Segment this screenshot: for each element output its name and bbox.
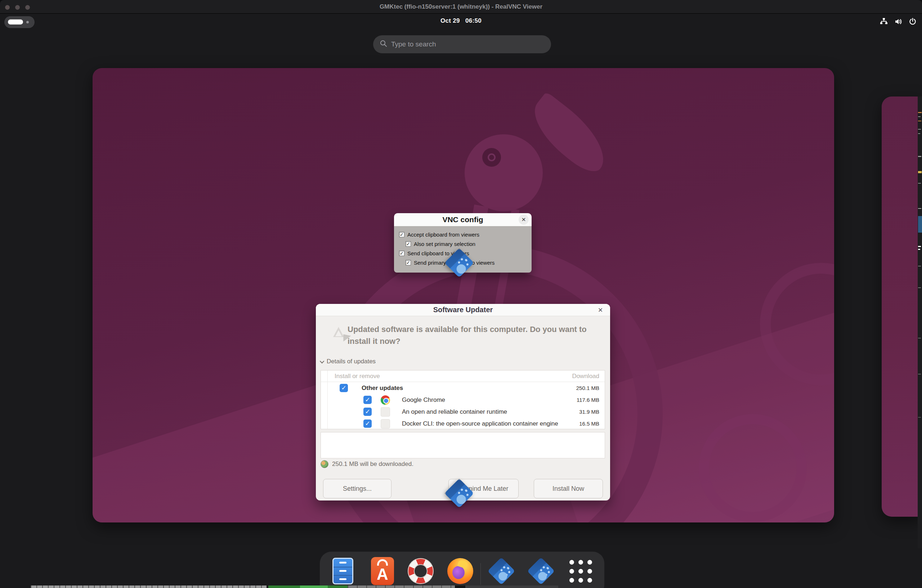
dock-item-vnc-server[interactable]: [526, 557, 555, 585]
wallpaper-art: [482, 148, 501, 167]
dock-item-help[interactable]: [406, 557, 435, 585]
checkbox[interactable]: ✓: [399, 251, 404, 256]
workspace-preview-next[interactable]: [882, 96, 922, 517]
background-screen-strip: [455, 585, 465, 588]
vnc-app-icon: [488, 557, 515, 585]
clock-time: 06:50: [465, 17, 482, 24]
table-row[interactable]: ✓ Google Chrome 117.6 MB: [321, 394, 605, 406]
system-tray[interactable]: [879, 17, 917, 26]
wallpaper-art: [760, 263, 834, 385]
dock-item-app-center[interactable]: A: [368, 557, 397, 585]
app-center-icon: A: [371, 557, 394, 585]
description-panel[interactable]: [320, 432, 605, 458]
power-icon[interactable]: [908, 17, 917, 26]
table-header: Install or remove Download: [321, 371, 605, 382]
wallpaper-art: [464, 134, 543, 211]
checkbox[interactable]: ✓: [405, 260, 411, 265]
dialog-title: Software Updater: [316, 306, 610, 314]
checkbox[interactable]: ✓: [363, 408, 372, 416]
chevron-down-icon: [320, 359, 325, 363]
background-screen-strip: [31, 585, 266, 588]
search-field[interactable]: [373, 35, 551, 53]
close-icon[interactable]: ✕: [518, 215, 529, 225]
dock-item-vnc-config[interactable]: [487, 557, 516, 585]
dock-item-firefox[interactable]: [446, 557, 475, 585]
wallpaper-art: [522, 91, 618, 178]
dock-item-show-apps[interactable]: [566, 557, 595, 585]
checkbox[interactable]: ✓: [340, 384, 348, 392]
window-title: GMKtec (ffio-n150server:1 (whitneyk)) - …: [0, 3, 922, 10]
checkbox[interactable]: ✓: [399, 232, 404, 237]
close-icon[interactable]: ✕: [596, 305, 605, 315]
lifebuoy-icon: [408, 558, 434, 584]
gnome-activities-overview: Oct 29 06:50: [0, 14, 922, 588]
clock-date: Oct 29: [440, 17, 460, 24]
update-message: Updated software is available for this c…: [348, 323, 604, 347]
table-row[interactable]: ✓ Other updates 250.1 MB: [321, 382, 605, 394]
terminal-window-sliver: [918, 96, 922, 549]
vnc-config-titlebar[interactable]: VNC config ✕: [394, 213, 531, 226]
checkbox[interactable]: ✓: [363, 396, 372, 404]
option-accept-clipboard[interactable]: ✓ Accept clipboard from viewers: [399, 231, 479, 238]
network-wired-icon[interactable]: [879, 17, 888, 26]
chrome-icon: [381, 395, 390, 405]
background-screen-strip: [268, 585, 348, 588]
checkbox[interactable]: ✓: [405, 241, 411, 247]
search-icon: [379, 39, 387, 49]
settings-button[interactable]: Settings...: [323, 479, 391, 498]
volume-icon[interactable]: [894, 17, 902, 26]
column-install: Install or remove: [335, 373, 380, 380]
dock-separator: [481, 563, 481, 585]
table-row[interactable]: ✓ An open and reliable container runtime…: [321, 406, 605, 418]
checkbox[interactable]: ✓: [363, 420, 372, 428]
background-screen-strip: [348, 585, 455, 588]
download-size-icon: [320, 460, 329, 468]
package-icon: [381, 419, 390, 428]
vnc-viewer-titlebar: GMKtec (ffio-n150server:1 (whitneyk)) - …: [0, 0, 922, 14]
search-input[interactable]: [391, 40, 543, 48]
files-icon: [332, 558, 353, 585]
dash-dock: A: [320, 552, 604, 588]
install-now-button[interactable]: Install Now: [534, 479, 603, 498]
wallpaper-art: [488, 154, 495, 161]
firefox-icon: [447, 558, 473, 584]
wallpaper-art: [699, 414, 807, 522]
show-apps-icon: [569, 560, 592, 583]
dock-item-files[interactable]: [329, 557, 357, 585]
package-icon: [381, 407, 390, 416]
details-expander[interactable]: Details of updates: [321, 358, 376, 365]
software-updater-titlebar[interactable]: Software Updater ✕: [316, 304, 610, 316]
dialog-title: VNC config: [394, 215, 531, 224]
background-screen-strip: [465, 585, 558, 588]
vnc-app-icon: [527, 557, 555, 585]
download-summary: 250.1 MB will be downloaded.: [320, 460, 414, 468]
table-row[interactable]: ✓ Docker CLI: the open-source applicatio…: [321, 418, 605, 430]
software-updater-dialog: Software Updater ✕ Updated software is a…: [316, 304, 610, 500]
clock[interactable]: Oct 29 06:50: [0, 17, 922, 24]
updates-table[interactable]: Install or remove Download ✓ Other updat…: [320, 370, 605, 429]
option-primary-selection[interactable]: ✓ Also set primary selection: [405, 240, 476, 247]
column-download: Download: [572, 373, 599, 380]
workspace-preview[interactable]: VNC config ✕ ✓ Accept clipboard from vie…: [93, 68, 834, 523]
